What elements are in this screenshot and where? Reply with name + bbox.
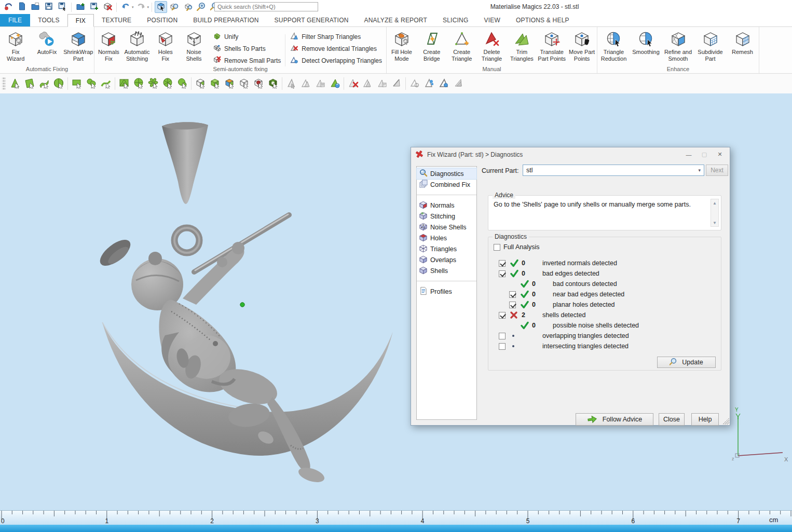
diagnostic-checkbox[interactable] [499, 260, 506, 267]
mark-surface-button[interactable] [37, 76, 51, 91]
diagnostic-checkbox[interactable] [499, 312, 506, 319]
view-mode-button[interactable] [155, 1, 167, 13]
delete-marked-triangles-button[interactable] [346, 76, 360, 91]
sidebar-item-holes[interactable]: Holes [417, 233, 476, 243]
zoom-part-button[interactable] [168, 1, 181, 13]
window-brush-button[interactable] [131, 76, 146, 91]
ribbon-button-remesh[interactable]: Remesh [727, 29, 759, 56]
ribbon-button-delete-triangle[interactable]: Delete Triangle [477, 29, 507, 62]
toolbar-grip[interactable] [2, 77, 6, 90]
sidebar-item-noise-shells[interactable]: Noise Shells [417, 222, 476, 233]
sidebar-item-overlaps[interactable]: Overlaps [417, 254, 476, 265]
scroll-down-icon[interactable]: ▼ [711, 219, 718, 226]
full-analysis-checkbox[interactable] [494, 244, 500, 251]
tab-options-help[interactable]: OPTIONS & HELP [508, 14, 577, 26]
current-part-dropdown[interactable]: stl ▾ [523, 165, 704, 176]
undo-dropdown-icon[interactable]: ▾ [132, 5, 134, 9]
ribbon-button-remove-small-parts[interactable]: Remove Small Parts [212, 56, 281, 65]
ribbon-button-noise-shells[interactable]: Noise Shells [180, 29, 208, 62]
ribbon-button-automatic-stitching[interactable]: Automatic Stitching [123, 29, 152, 62]
ribbon-button-fix-wizard[interactable]: Fix Wizard [0, 29, 31, 62]
save-all-button[interactable] [88, 1, 100, 13]
ribbon-button-create-bridge[interactable]: Create Bridge [417, 29, 447, 62]
cube-section-3-button[interactable] [222, 76, 237, 91]
ribbon-button-filter-sharp-triangles[interactable]: Filter Sharp Triangles [290, 32, 382, 42]
ribbon-button-translate-part-points[interactable]: Translate Part Points [537, 29, 567, 62]
ribbon-button-fill-hole-mode[interactable]: Fill Hole Mode [387, 29, 417, 62]
ribbon-button-detect-overlapping-triangles[interactable]: Detect Overlapping Triangles [290, 56, 382, 65]
remove-part-button[interactable] [101, 1, 114, 13]
mark-triangle-button[interactable] [8, 76, 22, 91]
mark-plane-button[interactable] [22, 76, 37, 91]
sidebar-item-shells[interactable]: Shells [417, 265, 476, 276]
magics-logo-button[interactable] [2, 1, 15, 13]
ribbon-button-create-triangle[interactable]: Create Triangle [447, 29, 477, 62]
triangle-tool-7-button[interactable] [375, 76, 389, 91]
unzoom-part-button[interactable] [182, 1, 194, 13]
redo-button[interactable] [135, 1, 147, 13]
tab-position[interactable]: POSITION [139, 14, 185, 26]
undo-button[interactable] [119, 1, 132, 13]
sidebar-item-profiles[interactable]: Profiles [417, 286, 476, 297]
ribbon-button-subdivide-part[interactable]: Subdivide Part [694, 29, 727, 62]
diagnostic-checkbox[interactable] [509, 302, 516, 308]
cube-section-1-button[interactable] [193, 76, 208, 91]
brush-selection-button[interactable] [84, 76, 99, 91]
sidebar-item-triangles[interactable]: Triangles [417, 243, 476, 254]
ribbon-button-trim-triangles[interactable]: Trim Triangles [507, 29, 537, 62]
ribbon-button-shrinkwrap-part[interactable]: ShrinkWrap Part [63, 29, 94, 62]
sidebar-item-combined-fix[interactable]: Combined Fix [417, 179, 476, 190]
tab-view[interactable]: VIEW [476, 14, 508, 26]
open-file-button[interactable] [29, 1, 42, 13]
import-part-button[interactable] [74, 1, 87, 13]
tab-analyze-report[interactable]: ANALYZE & REPORT [357, 14, 435, 26]
ribbon-button-unify[interactable]: Unify [212, 32, 281, 42]
tab-tools[interactable]: TOOLS [30, 14, 67, 26]
window-star-button[interactable] [146, 76, 160, 91]
mark-shell-button[interactable] [51, 76, 66, 91]
ribbon-button-triangle-reduction[interactable]: Triangle Reduction [598, 29, 630, 62]
ribbon-button-normals-fix[interactable]: Normals Fix [94, 29, 123, 62]
tab-fix[interactable]: FIX [67, 14, 94, 27]
triangle-tool-12-button[interactable] [451, 76, 466, 91]
tab-texture[interactable]: TEXTURE [94, 14, 139, 26]
dialog-title-bar[interactable]: Fix Wizard (Part: stl) > Diagnostics —▢✕ [411, 147, 730, 162]
diagnostic-checkbox[interactable] [499, 333, 506, 339]
advice-scrollbar[interactable]: ▲ ▼ [711, 199, 719, 227]
triangle-tool-11-button[interactable] [436, 76, 451, 91]
sidebar-item-stitching[interactable]: Stitching [417, 211, 476, 222]
tab-file[interactable]: FILE [0, 14, 30, 26]
ribbon-button-shells-to-parts[interactable]: Shells To Parts [212, 44, 281, 53]
update-button[interactable]: Update [657, 357, 716, 368]
save-button[interactable] [43, 1, 55, 13]
tab-slicing[interactable]: SLICING [435, 14, 476, 26]
window-pie-button[interactable] [160, 76, 175, 91]
diagnostic-checkbox[interactable] [499, 343, 506, 350]
ribbon-button-move-part-points[interactable]: Move Part Points [567, 29, 597, 62]
triangle-tool-10-button[interactable] [422, 76, 436, 91]
triangle-tool-2-button[interactable] [298, 76, 313, 91]
minimize-button[interactable]: — [681, 149, 697, 160]
cube-section-6-button[interactable] [266, 76, 280, 91]
triangle-tool-8-button[interactable] [389, 76, 404, 91]
sidebar-item-normals[interactable]: Normals [417, 200, 476, 211]
ribbon-button-smoothing[interactable]: Smoothing [630, 29, 662, 56]
cube-section-2-button[interactable] [208, 76, 222, 91]
zoom-in-button[interactable] [195, 1, 208, 13]
sidebar-item-diagnostics[interactable]: Diagnostics [417, 168, 476, 179]
maximize-button[interactable]: ▢ [697, 149, 712, 160]
redo-dropdown-icon[interactable]: ▾ [147, 5, 149, 9]
quick-search-input[interactable] [214, 2, 318, 11]
triangle-tool-6-button[interactable] [360, 76, 375, 91]
ribbon-button-holes-fix[interactable]: Holes Fix [151, 29, 180, 62]
ribbon-button-remove-identical-triangles[interactable]: Remove Identical Triangles [290, 44, 382, 53]
rectangle-selection-button[interactable] [70, 76, 84, 91]
next-button[interactable]: Next [706, 165, 728, 176]
ribbon-button-autofix[interactable]: AutoFix [31, 29, 62, 56]
tab-build-preparation[interactable]: BUILD PREPARATION [185, 14, 266, 26]
polyline-selection-button[interactable] [99, 76, 113, 91]
help-button[interactable]: Help [691, 413, 719, 426]
tab-support-generation[interactable]: SUPPORT GENERATION [267, 14, 357, 26]
cube-section-5-button[interactable] [251, 76, 266, 91]
close-button[interactable]: ✕ [712, 149, 728, 160]
